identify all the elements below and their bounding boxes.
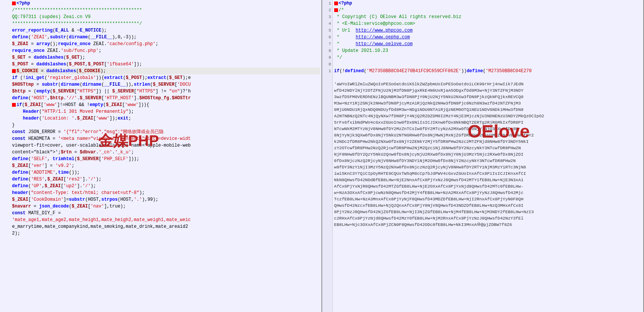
code-line: $navarr = json_decode($_ZEAI['nav'],true… — [12, 203, 320, 210]
code-line: * Update 2021.10.23 — [334, 47, 642, 54]
code-line: const MATE_DIY_F = — [12, 210, 320, 217]
code-line: $_ZEAI['ver'] = 'v9.2'; — [12, 162, 320, 169]
code-line: header('Location: '.$_ZEAI['www']);exit; — [12, 115, 320, 122]
red-indicator — [334, 8, 338, 12]
code-line: e_marrytime,mate_companykind,mate_smokin… — [12, 223, 320, 230]
code-line: } — [12, 122, 320, 129]
code-line: $_GET = daddslashes($_GET); — [12, 54, 320, 61]
code-line: if($_ZEAI['www']!=HOST && !empty($_ZEAI[… — [12, 101, 320, 108]
code-line: * http://www.oelove.com — [334, 41, 642, 47]
left-code-area: <?php /*********************************… — [11, 0, 321, 237]
code-line: define('ZEAI',substr(dirname(__FILE__),0… — [12, 34, 320, 41]
code-line: define('UP',$_ZEAI['up2'].'/'); — [12, 183, 320, 189]
code-line: * Url http://www.phpcoo.com — [334, 27, 642, 34]
code-line: const JSON_ERROR = '{"fl":"error","msg":… — [12, 129, 320, 135]
code-line: QQ:797311 (supdes) Zeai.cn V9 — [12, 14, 320, 20]
encoded-block: 'aWYoIWRlZmluZWQoIoPESoOatdoiKSlkZWZpbmU… — [334, 74, 642, 228]
code-line: * http://www.oephp.com — [334, 34, 642, 41]
code-line: $_POST = daddslashes($_POST,$_POST['ifba… — [12, 61, 320, 68]
code-line: viewport-fit=cover, user-scalable=no"><m… — [12, 142, 320, 149]
code-line: $_ZEAI['CookDomain']=substr(HOST,strpos(… — [12, 196, 320, 203]
code-line: */ — [334, 54, 642, 61]
code-line: 'mate_age1,mate_age2,mate_heigh1,mate_he… — [12, 217, 320, 223]
red-indicator — [12, 2, 16, 5]
code-line: define('RES',$_ZEAI['res2'].'/'); — [12, 176, 320, 183]
code-line: $HOSTtmp = substr(dirname(dirname(__FILE… — [12, 81, 320, 88]
right-code-area: <?php /* * Copyright (C) OElove All righ… — [333, 0, 644, 312]
red-indicator — [12, 103, 16, 107]
code-line: /* — [334, 7, 642, 14]
code-line: * Copyright (C) OElove All rights reserv… — [334, 14, 642, 20]
right-pane: 1 2 3 4 5 6 7 8 9 0 1 <?php /* * Copyrig… — [322, 0, 644, 312]
cookie-line: $_COOKIE = daddslashes($_COOKIE); — [12, 68, 320, 74]
red-indicator — [12, 69, 16, 73]
code-line: define('SELF', trimhtml($_SERVER['PHP_SE… — [12, 156, 320, 162]
left-pane: <?php /*********************************… — [0, 0, 322, 312]
code-line — [334, 61, 642, 68]
code-line: 2); — [12, 230, 320, 237]
code-line: define('HOST',$http.'//'.$_SERVER['HTTP_… — [12, 95, 320, 101]
code-line: ****************************************… — [12, 20, 320, 27]
code-line: error_reporting(E_ALL & ~E_NOTICE); — [12, 27, 320, 34]
red-indicator — [334, 2, 338, 5]
code-line: if (!ini_get('register_globals')){extrac… — [12, 74, 320, 81]
code-line: const HEADMETA = '<meta name="viewport" … — [12, 135, 320, 142]
code-line: /***************************************… — [12, 7, 320, 14]
code-line: header("content-Type: text/html; charset… — [12, 189, 320, 196]
code-line: <?php — [12, 0, 320, 7]
code-line: Header("HTTP/1.1 301 Moved Permanently")… — [12, 108, 320, 115]
code-line: * <E-Mail:service@phpcoo.com> — [334, 20, 642, 27]
line-numbers-right: 1 2 3 4 5 6 7 8 9 0 1 — [322, 0, 333, 312]
code-line: require_once ZEAI.'sub/func.php'; — [12, 47, 320, 54]
code-line: $_ZEAI = array();require_once ZEAI.'cach… — [12, 41, 320, 47]
code-line: content="black">';$rtn = $dbvar.'_cn'.'_… — [12, 149, 320, 156]
code-line: <?php — [334, 0, 642, 7]
code-line: $http = (empty($_SERVER["HTTPS"]) || $_S… — [12, 88, 320, 95]
code-line: if(!defined('M27350BB8C04E270B41FC9C659C… — [334, 68, 642, 74]
code-line: define('ADDTIME',time()); — [12, 169, 320, 176]
